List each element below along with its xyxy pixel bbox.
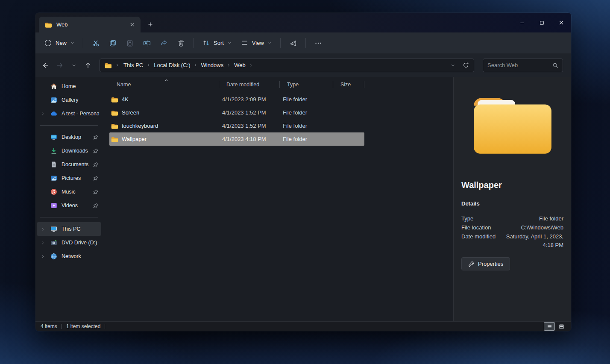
share-button[interactable] [155, 36, 173, 50]
sidebar-item[interactable]: A test - Personal [37, 107, 101, 120]
delete-button[interactable] [173, 36, 190, 50]
large-icons-view-button[interactable] [556, 323, 566, 330]
up-button[interactable] [81, 59, 95, 72]
detail-property-row: Type File folder [461, 214, 563, 223]
sidebar-item[interactable]: Music [37, 185, 101, 199]
sidebar-item[interactable]: DVD Drive (D:) CCC [37, 236, 101, 250]
tab-close-button[interactable] [127, 20, 137, 30]
breadcrumb-item[interactable]: Local Disk (C:) [151, 61, 193, 70]
details-view-button[interactable] [544, 323, 554, 330]
file-row[interactable]: touchkeyboard 4/1/2023 1:52 PM File fold… [109, 119, 364, 132]
file-name: Screen [122, 109, 139, 116]
explorer-tab[interactable]: Web [39, 17, 141, 32]
properties-button-label: Properties [478, 261, 503, 267]
file-row[interactable]: Screen 4/1/2023 1:52 PM File folder [109, 106, 364, 119]
app-extension-button[interactable] [284, 36, 302, 50]
column-header-name[interactable]: Name [109, 79, 219, 91]
minimize-button[interactable] [512, 13, 532, 32]
see-more-button[interactable] [310, 36, 327, 50]
refresh-button[interactable] [460, 60, 471, 71]
expand-chevron-icon[interactable] [41, 112, 45, 116]
search-icon [552, 62, 558, 68]
sidebar-item-label: Desktop [62, 134, 91, 140]
breadcrumb-item[interactable]: Web [231, 61, 249, 70]
address-dropdown-button[interactable] [447, 60, 458, 71]
large-icons-view-icon [559, 324, 564, 329]
arrow-right-icon [56, 62, 63, 69]
breadcrumb-item[interactable]: Windows [198, 61, 226, 70]
chevron-down-icon [451, 63, 455, 68]
details-view-icon [547, 324, 552, 329]
file-type-cell: File folder [280, 132, 333, 146]
sidebar-item[interactable]: Gallery [37, 93, 101, 107]
sidebar-item[interactable]: Desktop [37, 130, 101, 144]
address-bar[interactable]: This PC Local Disk (C:) Windows Web [100, 59, 474, 72]
toolbar-divider [280, 38, 281, 48]
file-name-cell: Wallpaper [109, 132, 219, 146]
documents-icon [50, 161, 57, 168]
sidebar-item[interactable]: Pictures [37, 171, 101, 185]
sort-button[interactable]: Sort [198, 36, 236, 50]
toolbar-divider [194, 38, 194, 48]
copy-button[interactable] [104, 36, 121, 50]
cut-button[interactable] [87, 36, 104, 50]
sidebar-item-label: Home [62, 83, 99, 89]
rename-button[interactable] [138, 36, 155, 50]
pictures-icon [50, 175, 57, 182]
breadcrumb-separator-icon [115, 63, 119, 67]
dvd-drive-icon [50, 239, 57, 246]
breadcrumb-item[interactable]: This PC [120, 61, 146, 70]
breadcrumb-separator-icon [227, 63, 231, 67]
sidebar-item[interactable]: Home [37, 79, 101, 93]
expand-chevron-icon[interactable] [41, 255, 45, 258]
items-count: 4 items [41, 323, 57, 329]
column-header-type[interactable]: Type [280, 79, 333, 91]
sidebar-item[interactable]: Downloads [37, 144, 101, 158]
refresh-icon [463, 62, 469, 68]
file-size-cell [333, 119, 364, 132]
view-button[interactable]: View [236, 36, 276, 50]
tab-label: Web [56, 21, 122, 28]
sidebar-item-label: Videos [62, 203, 91, 208]
close-window-button[interactable] [551, 13, 571, 32]
sidebar-item[interactable]: Network [37, 250, 101, 263]
file-row[interactable]: 4K 4/1/2023 2:09 PM File folder [109, 93, 364, 106]
sidebar-item[interactable]: This PC [37, 222, 101, 236]
properties-button[interactable]: Properties [461, 257, 510, 270]
chevron-down-icon [268, 41, 272, 45]
file-name: 4K [122, 96, 129, 103]
file-list-pane: Name Date modified Type Size 4K 4/1/2023… [103, 77, 453, 321]
column-header-date-modified[interactable]: Date modified [219, 79, 280, 91]
search-input[interactable] [487, 62, 552, 68]
cut-icon [92, 39, 100, 47]
property-value: C:\Windows\Web [501, 223, 563, 232]
column-header-size[interactable]: Size [333, 79, 364, 91]
paste-button[interactable] [121, 36, 138, 50]
expand-chevron-icon[interactable] [41, 241, 45, 245]
details-title: Wallpaper [461, 180, 563, 190]
sidebar-item-label: Network [62, 253, 99, 259]
detail-property-row: File location C:\Windows\Web [461, 223, 563, 232]
sidebar-item-label: Downloads [62, 148, 91, 154]
share-icon [160, 39, 168, 47]
forward-button[interactable] [53, 59, 67, 72]
back-button[interactable] [39, 59, 53, 72]
view-icon [241, 39, 248, 47]
new-tab-button[interactable] [144, 18, 157, 31]
tab-folder-icon [45, 21, 52, 28]
sidebar-item-label: This PC [62, 226, 99, 232]
file-size-cell [333, 132, 364, 146]
expand-chevron-icon[interactable] [41, 227, 45, 231]
file-row[interactable]: Wallpaper 4/1/2023 4:18 PM File folder [109, 132, 364, 146]
folder-sm-icon [111, 123, 118, 129]
folder-sm-icon [111, 96, 118, 103]
maximize-button[interactable] [532, 13, 551, 32]
details-section-label: Details [461, 200, 563, 207]
sidebar-item[interactable]: Videos [37, 199, 101, 212]
wrench-icon [468, 261, 474, 267]
new-button[interactable]: New [40, 36, 79, 50]
sidebar-item[interactable]: Documents [37, 158, 101, 171]
recent-locations-button[interactable] [67, 59, 81, 72]
this-pc-icon [50, 226, 57, 232]
file-name: Wallpaper [122, 136, 147, 142]
